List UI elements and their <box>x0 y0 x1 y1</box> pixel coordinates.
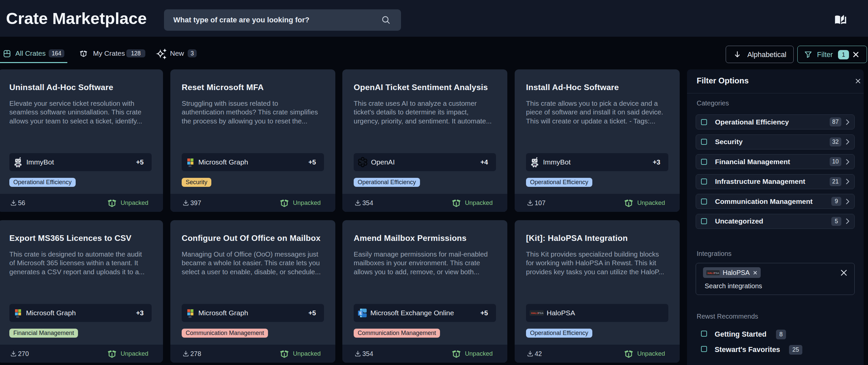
svg-text:HALO: HALO <box>531 312 539 315</box>
svg-text:365: 365 <box>188 316 191 318</box>
svg-text:PSA: PSA <box>714 271 719 274</box>
svg-text:365: 365 <box>16 316 19 318</box>
svg-text:HALO: HALO <box>708 271 715 274</box>
svg-text:PSA: PSA <box>538 312 544 315</box>
svg-text:E: E <box>359 311 362 316</box>
svg-text:365: 365 <box>188 165 191 167</box>
